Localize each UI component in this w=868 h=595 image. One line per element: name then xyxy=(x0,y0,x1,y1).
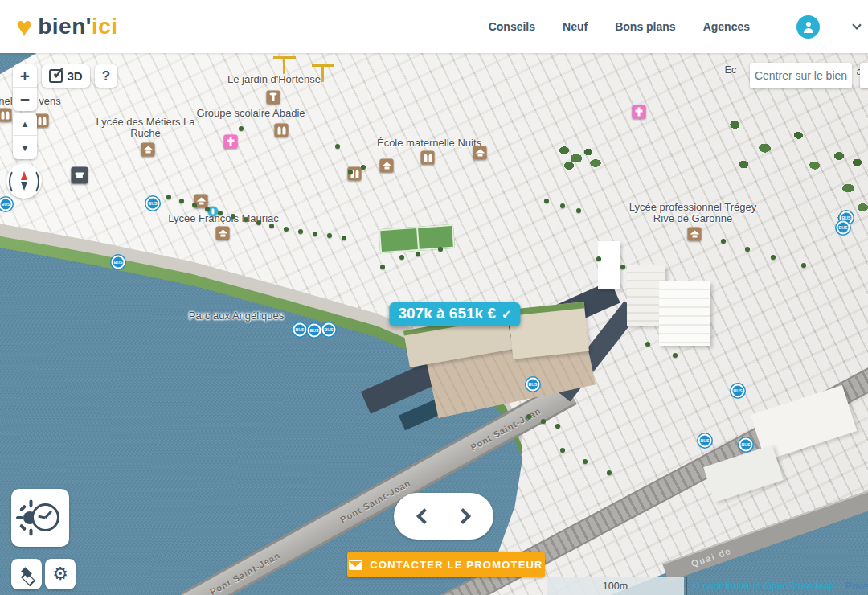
map-poi-label: Groupe scolaire Abadie xyxy=(196,108,305,119)
graduation-icon xyxy=(688,228,702,241)
previous-button[interactable] xyxy=(414,506,435,527)
bus-stop-icon: BUS xyxy=(293,323,307,337)
tree-dot xyxy=(380,265,385,269)
tree-dot xyxy=(218,211,223,215)
zoom-out-button[interactable]: − xyxy=(13,88,37,111)
help-button[interactable]: ? xyxy=(95,64,117,88)
nav-item-bons-plans[interactable]: Bons plans xyxy=(615,20,675,33)
map-canvas[interactable]: Pont Saint-Jean Pont Saint-Jean Pont Sai… xyxy=(0,53,868,595)
tree-dot xyxy=(596,256,601,261)
brand-logo[interactable]: ♥ bien'ici xyxy=(16,13,118,40)
map-poi-label: Lycée François Mauriac xyxy=(168,213,279,224)
tree-dot xyxy=(313,232,317,236)
tree-dot xyxy=(205,207,210,211)
tree-dot xyxy=(361,165,366,170)
settings-button[interactable]: ⚙ xyxy=(45,559,76,589)
tree-dot xyxy=(335,144,340,149)
map-label-fragment: vens xyxy=(39,95,60,107)
tree-dot xyxy=(244,217,248,222)
tree-dot xyxy=(620,265,625,269)
layers-button[interactable] xyxy=(11,559,42,589)
tree-dot xyxy=(231,214,235,219)
center-on-property-button[interactable]: Centrer sur le bien xyxy=(750,63,852,88)
church-icon xyxy=(224,135,238,149)
tree-dot xyxy=(348,170,353,174)
bus-stop-icon: BUS xyxy=(322,323,336,337)
heart-logo-icon: ♥ xyxy=(16,13,32,40)
graduation-icon xyxy=(473,146,487,160)
3d-label: 3D xyxy=(67,69,82,83)
check-icon: ✓ xyxy=(502,307,512,321)
tree-dot xyxy=(166,195,171,199)
price-range-text: 307k à 651k € xyxy=(398,305,496,322)
home-search-icon xyxy=(72,167,88,184)
tree-dot xyxy=(399,255,404,260)
tree-dot xyxy=(192,203,197,207)
3d-toggle-button[interactable]: ✓ 3D xyxy=(42,64,90,88)
bus-stop-icon: BUS xyxy=(146,197,160,211)
tree-dot xyxy=(576,208,581,213)
tree-dot xyxy=(555,424,560,429)
tree-dot xyxy=(298,229,303,234)
chevron-down-icon[interactable] xyxy=(852,20,861,29)
contact-promoter-label: CONTACTER LE PROMOTEUR xyxy=(370,559,542,571)
chevron-right-icon xyxy=(455,508,471,524)
bus-stop-icon: BUS xyxy=(739,438,753,452)
tree-dot xyxy=(416,252,420,256)
powered-by-link[interactable]: Powered by xyxy=(845,581,868,592)
bus-stop-icon: BUS xyxy=(731,384,745,398)
checkmark-icon: ✓ xyxy=(51,64,65,83)
envelope-icon xyxy=(349,560,362,570)
tilt-down-button[interactable]: ▼ xyxy=(13,136,37,159)
3d-checkbox[interactable]: ✓ xyxy=(49,69,63,83)
map-poi-label: Le jardin d'Hortense xyxy=(227,74,321,85)
osm-attribution-link[interactable]: © contributeurs OpenStreetMap xyxy=(693,581,835,592)
sunlight-simulation-button[interactable] xyxy=(11,489,69,547)
tree-dot xyxy=(771,255,776,260)
tree-dot xyxy=(526,414,531,419)
tree-dot xyxy=(607,470,612,475)
pedestrians-icon xyxy=(35,114,49,128)
zoom-control: + − xyxy=(13,64,37,111)
sun-clock-icon xyxy=(21,501,59,535)
compass-needle-icon xyxy=(20,171,28,191)
tree-dot xyxy=(256,220,261,225)
tree-dot xyxy=(541,419,546,424)
scale-divider xyxy=(686,577,687,595)
tilt-up-button[interactable]: ▲ xyxy=(13,113,37,136)
nav-item-conseils[interactable]: Conseils xyxy=(489,20,535,33)
map-poi-label: Lycée professionnel TrégeyRive de Garonn… xyxy=(629,202,757,225)
bus-stop-icon: BUS xyxy=(526,378,540,392)
zoom-in-button[interactable]: + xyxy=(13,64,37,88)
tree-dot xyxy=(721,239,726,244)
tree-dot xyxy=(269,224,274,228)
nav-item-neuf[interactable]: Neuf xyxy=(563,20,588,33)
map-poi-label: École maternelle Nuits xyxy=(377,137,481,149)
price-range-tag[interactable]: 307k à 651k €✓ xyxy=(389,302,520,326)
contact-promoter-button[interactable]: CONTACTER LE PROMOTEUR xyxy=(347,552,545,577)
bus-stop-icon: BUS xyxy=(308,324,321,338)
bienici-app: ♥ bien'ici Conseils Neuf Bons plans Agen… xyxy=(0,0,868,595)
bus-stop-icon: BUS xyxy=(837,221,850,235)
pedestrians-icon xyxy=(275,124,289,137)
user-avatar-button[interactable] xyxy=(796,15,820,39)
tree-dot xyxy=(438,247,443,252)
tree-dot xyxy=(801,263,806,268)
brand-name-dark: bien' xyxy=(38,14,92,39)
map-label-fragment: nel xyxy=(0,95,13,107)
bus-stop-icon: BUS xyxy=(698,434,712,448)
compass-button[interactable] xyxy=(6,163,42,199)
graduation-icon xyxy=(216,227,230,240)
next-button[interactable] xyxy=(452,506,473,527)
tree-dot xyxy=(544,199,549,203)
nav-item-agences[interactable]: Agences xyxy=(703,20,750,33)
property-pager xyxy=(394,493,493,540)
map-poi-label: Lycée des Métiers LaRuche xyxy=(96,117,194,140)
tilt-control: ▲ ▼ xyxy=(13,113,37,159)
tree-dot xyxy=(560,203,565,208)
pedestrians-icon xyxy=(0,109,12,122)
graduation-icon xyxy=(380,159,394,173)
bus-stop-icon: BUS xyxy=(0,198,13,211)
layers-icon xyxy=(19,567,34,581)
cut-off-button[interactable] xyxy=(860,63,868,88)
